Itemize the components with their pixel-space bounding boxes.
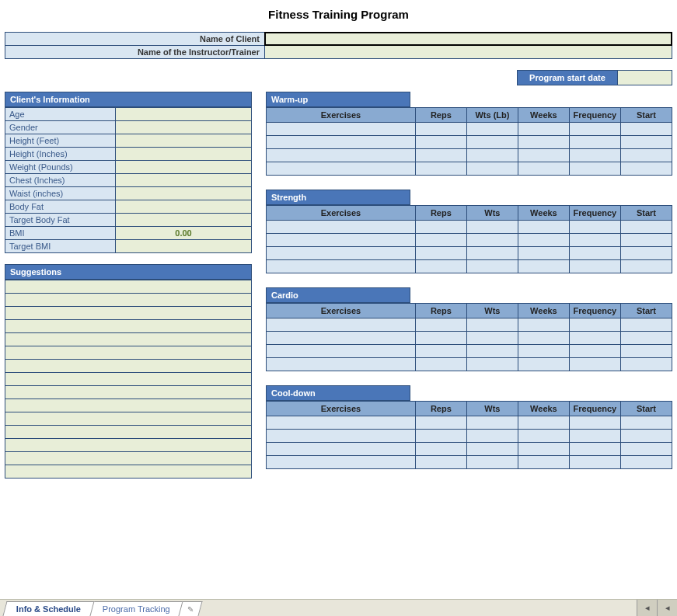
suggestion-cell[interactable]: [5, 307, 252, 320]
exercise-cell[interactable]: [415, 456, 466, 469]
client-info-value[interactable]: [116, 214, 252, 227]
exercise-cell[interactable]: [620, 332, 672, 345]
exercise-cell[interactable]: [466, 358, 518, 371]
exercise-cell[interactable]: [569, 123, 620, 136]
exercise-cell[interactable]: [518, 332, 569, 345]
exercise-cell[interactable]: [466, 443, 518, 456]
suggestion-cell[interactable]: [5, 280, 252, 294]
suggestion-cell[interactable]: [5, 373, 252, 386]
exercise-cell[interactable]: [569, 221, 620, 234]
exercise-cell[interactable]: [620, 234, 672, 247]
suggestion-cell[interactable]: [5, 452, 252, 465]
exercise-cell[interactable]: [620, 430, 672, 443]
exercise-cell[interactable]: [415, 149, 466, 162]
exercise-cell[interactable]: [267, 358, 416, 371]
exercise-cell[interactable]: [415, 247, 466, 260]
exercise-cell[interactable]: [569, 149, 620, 162]
suggestion-cell[interactable]: [5, 439, 252, 452]
suggestion-cell[interactable]: [5, 412, 252, 426]
client-info-value[interactable]: 0.00: [116, 227, 252, 240]
suggestion-cell[interactable]: [5, 465, 252, 479]
exercise-cell[interactable]: [569, 318, 620, 332]
exercise-cell[interactable]: [620, 416, 672, 430]
exercise-cell[interactable]: [466, 430, 518, 443]
exercise-cell[interactable]: [518, 260, 569, 273]
exercise-cell[interactable]: [569, 430, 620, 443]
exercise-cell[interactable]: [267, 332, 416, 345]
exercise-cell[interactable]: [620, 318, 672, 332]
exercise-cell[interactable]: [267, 430, 416, 443]
exercise-cell[interactable]: [466, 260, 518, 273]
new-sheet-button[interactable]: ✎: [178, 601, 202, 616]
exercise-cell[interactable]: [267, 247, 416, 260]
exercise-cell[interactable]: [518, 247, 569, 260]
exercise-cell[interactable]: [569, 247, 620, 260]
exercise-cell[interactable]: [415, 430, 466, 443]
exercise-cell[interactable]: [415, 260, 466, 273]
client-info-value[interactable]: [116, 240, 252, 253]
exercise-cell[interactable]: [415, 221, 466, 234]
client-info-value[interactable]: [116, 161, 252, 174]
exercise-cell[interactable]: [267, 345, 416, 358]
client-info-value[interactable]: [116, 187, 252, 200]
tab-program-tracking[interactable]: Program Tracking: [89, 601, 184, 616]
exercise-cell[interactable]: [415, 234, 466, 247]
exercise-cell[interactable]: [518, 149, 569, 162]
exercise-cell[interactable]: [415, 123, 466, 136]
suggestion-cell[interactable]: [5, 333, 252, 346]
suggestion-cell[interactable]: [5, 360, 252, 373]
program-start-input[interactable]: [618, 70, 672, 85]
exercise-cell[interactable]: [415, 136, 466, 149]
exercise-cell[interactable]: [466, 318, 518, 332]
exercise-cell[interactable]: [415, 416, 466, 430]
suggestion-cell[interactable]: [5, 386, 252, 399]
suggestion-cell[interactable]: [5, 399, 252, 412]
exercise-cell[interactable]: [569, 416, 620, 430]
client-info-value[interactable]: [116, 108, 252, 121]
client-info-value[interactable]: [116, 148, 252, 161]
exercise-cell[interactable]: [466, 123, 518, 136]
exercise-cell[interactable]: [267, 260, 416, 273]
exercise-cell[interactable]: [415, 345, 466, 358]
exercise-cell[interactable]: [569, 345, 620, 358]
exercise-cell[interactable]: [620, 136, 672, 149]
exercise-cell[interactable]: [518, 345, 569, 358]
exercise-cell[interactable]: [620, 162, 672, 176]
exercise-cell[interactable]: [267, 136, 416, 149]
exercise-cell[interactable]: [620, 221, 672, 234]
exercise-cell[interactable]: [415, 162, 466, 176]
exercise-cell[interactable]: [518, 456, 569, 469]
exercise-cell[interactable]: [267, 149, 416, 162]
exercise-cell[interactable]: [620, 260, 672, 273]
exercise-cell[interactable]: [569, 260, 620, 273]
scroll-left-button[interactable]: ◂: [657, 600, 677, 616]
exercise-cell[interactable]: [620, 345, 672, 358]
exercise-cell[interactable]: [415, 443, 466, 456]
suggestion-cell[interactable]: [5, 426, 252, 439]
exercise-cell[interactable]: [466, 162, 518, 176]
client-info-value[interactable]: [116, 121, 252, 134]
exercise-cell[interactable]: [620, 358, 672, 371]
exercise-cell[interactable]: [466, 234, 518, 247]
exercise-cell[interactable]: [620, 456, 672, 469]
exercise-cell[interactable]: [267, 416, 416, 430]
exercise-cell[interactable]: [466, 345, 518, 358]
exercise-cell[interactable]: [620, 149, 672, 162]
exercise-cell[interactable]: [466, 221, 518, 234]
exercise-cell[interactable]: [569, 456, 620, 469]
client-info-value[interactable]: [116, 134, 252, 148]
exercise-cell[interactable]: [569, 443, 620, 456]
client-name-input[interactable]: [265, 33, 672, 45]
exercise-cell[interactable]: [518, 358, 569, 371]
exercise-cell[interactable]: [518, 443, 569, 456]
exercise-cell[interactable]: [518, 136, 569, 149]
exercise-cell[interactable]: [518, 123, 569, 136]
exercise-cell[interactable]: [466, 136, 518, 149]
client-info-value[interactable]: [116, 200, 252, 214]
suggestion-cell[interactable]: [5, 320, 252, 333]
exercise-cell[interactable]: [620, 123, 672, 136]
exercise-cell[interactable]: [569, 162, 620, 176]
exercise-cell[interactable]: [569, 136, 620, 149]
trainer-name-input[interactable]: [265, 46, 672, 58]
exercise-cell[interactable]: [518, 162, 569, 176]
